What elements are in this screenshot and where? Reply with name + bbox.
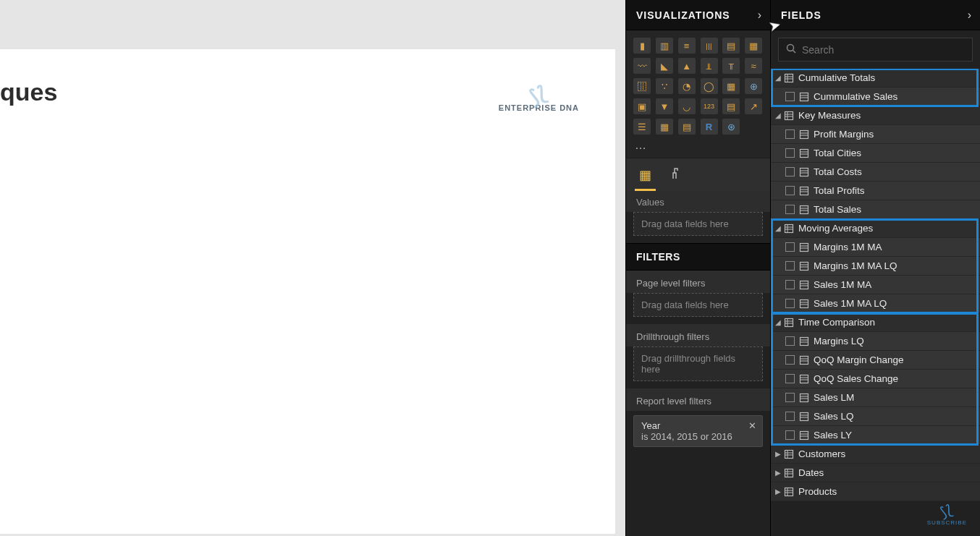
viz-stacked-area[interactable]: ▲ — [678, 58, 696, 74]
brand-logo: ⟆⟅ ENTERPRISE DNA — [499, 85, 579, 112]
viz-donut[interactable]: ◯ — [701, 78, 718, 94]
viz-matrix[interactable]: ▤ — [678, 119, 696, 135]
values-label: Values — [626, 191, 770, 212]
report-page[interactable]: ques ⟆⟅ ENTERPRISE DNA — [0, 49, 615, 534]
viz-gauge[interactable]: ◡ — [678, 98, 696, 114]
table-name: Moving Averages — [798, 223, 873, 234]
triangle-down-icon[interactable]: ◢ — [775, 318, 784, 326]
viz-scatter[interactable]: ∵ — [656, 78, 673, 94]
viz-table[interactable]: ▦ — [656, 119, 673, 135]
viz-clustered-column[interactable]: ⫼ — [701, 38, 718, 54]
year-filter-chip[interactable]: Year is 2014, 2015 or 2016 ✕ — [633, 415, 763, 447]
viz-arcgis[interactable]: ⊛ — [722, 119, 740, 135]
triangle-down-icon[interactable]: ◢ — [775, 74, 784, 82]
viz-funnel[interactable]: ▼ — [656, 98, 673, 114]
format-tab[interactable] — [667, 163, 686, 191]
checkbox[interactable] — [785, 374, 795, 383]
checkbox[interactable] — [785, 186, 795, 195]
checkbox[interactable] — [785, 393, 795, 402]
svg-rect-54 — [801, 375, 808, 383]
viz-area[interactable]: ◣ — [656, 58, 673, 74]
table-row[interactable]: ▶Products — [771, 482, 980, 501]
checkbox[interactable] — [785, 129, 795, 139]
triangle-right-icon[interactable]: ▶ — [775, 488, 784, 495]
field-row[interactable]: Margins LQ — [771, 332, 980, 351]
field-row[interactable]: Sales LY — [771, 426, 980, 445]
checkbox[interactable] — [785, 412, 795, 421]
checkbox[interactable] — [785, 355, 795, 365]
checkbox[interactable] — [785, 430, 795, 440]
viz-multi-card[interactable]: ▤ — [722, 98, 740, 114]
field-row[interactable]: Sales LQ — [771, 407, 980, 426]
checkbox[interactable] — [785, 148, 795, 158]
drillthrough-dropzone[interactable]: Drag drillthrough fields here — [633, 346, 763, 381]
checkbox[interactable] — [785, 205, 795, 214]
checkbox[interactable] — [785, 167, 795, 176]
viz-line-clustered[interactable]: ⫪ — [722, 58, 740, 74]
search-input[interactable] — [802, 44, 965, 56]
checkbox[interactable] — [785, 261, 795, 271]
fields-header[interactable]: FIELDS › — [771, 0, 980, 30]
viz-100-column[interactable]: ▦ — [745, 38, 762, 54]
field-row[interactable]: Margins 1M MA — [771, 238, 980, 257]
values-dropzone[interactable]: Drag data fields here — [633, 212, 763, 236]
svg-rect-38 — [801, 281, 808, 289]
triangle-down-icon[interactable]: ◢ — [775, 224, 784, 232]
viz-more[interactable]: … — [626, 137, 770, 158]
field-row[interactable]: Total Profits — [771, 182, 980, 200]
viz-line-column[interactable]: ⫫ — [701, 58, 718, 74]
report-canvas[interactable]: ques ⟆⟅ ENTERPRISE DNA — [0, 0, 625, 536]
field-row[interactable]: Total Cities — [771, 144, 980, 163]
viz-100-bar[interactable]: ▤ — [722, 38, 740, 54]
close-icon[interactable]: ✕ — [748, 420, 756, 431]
viz-card[interactable]: 123 — [701, 98, 718, 114]
viz-r-script[interactable]: R — [701, 119, 718, 135]
fields-list[interactable]: ◢Cumulative TotalsCummulative Sales◢Key … — [771, 69, 980, 536]
chevron-right-icon[interactable]: › — [758, 9, 761, 22]
field-row[interactable]: Total Sales — [771, 200, 980, 219]
field-row[interactable]: Sales 1M MA — [771, 276, 980, 294]
viz-ribbon[interactable]: ≈ — [745, 58, 762, 74]
viz-clustered-bar[interactable]: ▥ — [656, 38, 673, 54]
viz-pie[interactable]: ◔ — [678, 78, 696, 94]
checkbox[interactable] — [785, 242, 795, 252]
field-row[interactable]: Profit Margins — [771, 125, 980, 144]
checkbox[interactable] — [785, 299, 795, 308]
filters-header: FILTERS — [626, 243, 770, 271]
viz-stacked-column[interactable]: ≡ — [678, 38, 696, 54]
viz-kpi[interactable]: ↗ — [745, 98, 762, 114]
table-row[interactable]: ▶Dates — [771, 464, 980, 482]
chevron-right-icon[interactable]: › — [968, 9, 971, 22]
viz-slicer[interactable]: ☰ — [633, 119, 651, 135]
svg-rect-19 — [801, 168, 808, 176]
triangle-right-icon[interactable]: ▶ — [775, 450, 784, 458]
field-row[interactable]: Sales LM — [771, 388, 980, 407]
viz-map[interactable]: ⊕ — [745, 78, 762, 94]
triangle-down-icon[interactable]: ◢ — [775, 111, 784, 119]
viz-line[interactable]: 〰 — [633, 58, 651, 74]
viz-treemap[interactable]: ▦ — [722, 78, 740, 94]
field-row[interactable]: Sales 1M MA LQ — [771, 294, 980, 313]
fields-tab[interactable]: ▦ — [636, 163, 654, 191]
viz-stacked-bar[interactable]: ▮ — [633, 38, 651, 54]
field-row[interactable]: QoQ Margin Change — [771, 351, 980, 370]
checkbox[interactable] — [785, 92, 795, 101]
table-row[interactable]: ◢Moving Averages — [771, 219, 980, 238]
field-row[interactable]: Cummulative Sales — [771, 88, 980, 106]
table-row[interactable]: ▶Customers — [771, 445, 980, 464]
checkbox[interactable] — [785, 336, 795, 346]
visualizations-header[interactable]: VISUALIZATIONS › — [626, 0, 770, 30]
triangle-right-icon[interactable]: ▶ — [775, 469, 784, 477]
svg-rect-57 — [801, 394, 808, 401]
field-row[interactable]: Margins 1M MA LQ — [771, 257, 980, 276]
fields-search[interactable] — [778, 38, 973, 61]
viz-waterfall[interactable]: ⿲ — [633, 78, 651, 94]
page-filters-dropzone[interactable]: Drag data fields here — [633, 293, 763, 317]
field-row[interactable]: Total Costs — [771, 163, 980, 182]
table-row[interactable]: ◢Cumulative Totals — [771, 69, 980, 88]
checkbox[interactable] — [785, 280, 795, 289]
viz-filled-map[interactable]: ▣ — [633, 98, 651, 114]
table-row[interactable]: ◢Time Comparison — [771, 313, 980, 332]
table-row[interactable]: ◢Key Measures — [771, 106, 980, 125]
field-row[interactable]: QoQ Sales Change — [771, 370, 980, 388]
